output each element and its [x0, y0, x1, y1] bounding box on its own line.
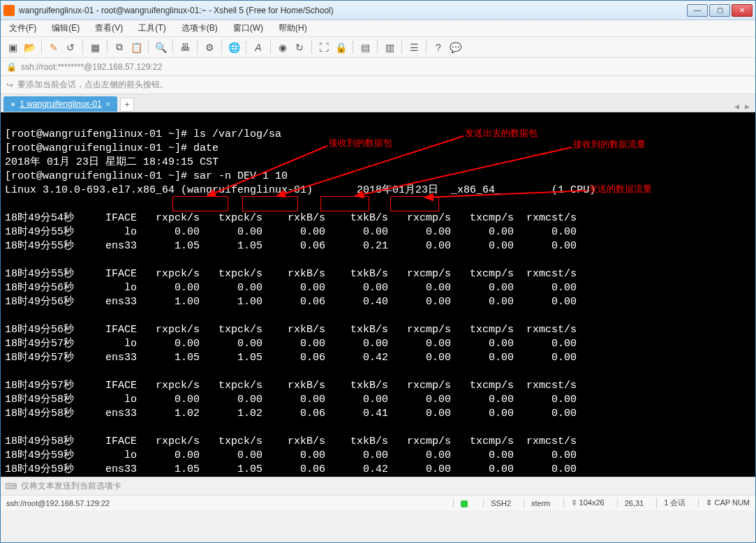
- gear-icon[interactable]: ⚙: [203, 41, 216, 54]
- terminal-line: [root@wangruifenglinux-01 ~]# date: [5, 142, 218, 154]
- address-bar[interactable]: 🔒 ssh://root:********@192.168.57.129:22: [1, 58, 755, 76]
- toolbar-separator: [311, 41, 312, 54]
- copy-icon[interactable]: ⧉: [113, 41, 126, 54]
- tab-close-icon[interactable]: ×: [106, 100, 110, 108]
- hint-bar: ↪ 要添加当前会话，点击左侧的箭头按钮。: [1, 76, 755, 94]
- window-title: wangruifenglinux-01 - root@wangruifengli…: [19, 6, 687, 15]
- toolbar-separator: [426, 41, 427, 54]
- window-titlebar: wangruifenglinux-01 - root@wangruifengli…: [1, 1, 755, 20]
- properties-icon[interactable]: ▦: [89, 41, 101, 54]
- toolbar: ▣ 📂 ✎ ↺ ▦ ⧉ 📋 🔍 🖶 ⚙ 🌐 A ◉ ↻ ⛶ 🔒 ▤ ▥ ☰ ? …: [1, 37, 755, 58]
- menu-tools[interactable]: 工具(T): [135, 21, 168, 36]
- terminal-line: 18时49分56秒 IFACE rxpck/s txpck/s rxkB/s t…: [5, 324, 577, 336]
- menu-bar: 文件(F) 编辑(E) 查看(V) 工具(T) 选项卡(B) 窗口(W) 帮助(…: [1, 20, 755, 37]
- refresh-icon[interactable]: ◉: [276, 41, 289, 54]
- terminal-output[interactable]: [root@wangruifenglinux-01 ~]# ls /var/lo…: [1, 112, 755, 477]
- terminal-line: 18时49分55秒 IFACE rxpck/s txpck/s rxkB/s t…: [5, 268, 577, 280]
- tab-add-button[interactable]: +: [120, 98, 134, 112]
- terminal-line: 18时49分58秒 ens33 1.02 1.02 0.06 0.41 0.00…: [5, 408, 577, 419]
- menu-file[interactable]: 文件(F): [6, 21, 39, 36]
- toolbar-separator: [221, 41, 222, 54]
- tab-prev-icon[interactable]: ◂: [732, 101, 742, 112]
- tab-strip: ● 1 wangruifenglinux-01 × + ◂ ▸: [1, 94, 755, 112]
- toolbar-separator: [82, 41, 83, 54]
- terminal-line: 18时49分59秒 ens33 1.05 1.05 0.06 0.42 0.00…: [5, 463, 577, 475]
- terminal-line: 18时49分57秒 IFACE rxpck/s txpck/s rxkB/s t…: [5, 380, 577, 392]
- lock-icon: 🔒: [6, 62, 17, 72]
- status-indicator: [453, 498, 470, 507]
- view-icon[interactable]: ▤: [359, 41, 371, 54]
- menu-window[interactable]: 窗口(W): [230, 21, 266, 36]
- toolbar-separator: [172, 41, 173, 54]
- menu-view[interactable]: 查看(V): [92, 21, 126, 36]
- status-sessions: 1 会话: [656, 498, 685, 508]
- tab-indicator-icon: ●: [10, 99, 15, 109]
- search-icon[interactable]: 🔍: [154, 41, 167, 54]
- session-tab[interactable]: ● 1 wangruifenglinux-01 ×: [3, 96, 117, 112]
- terminal-line: 18时49分58秒 IFACE rxpck/s txpck/s rxkB/s t…: [5, 436, 577, 447]
- tab-next-icon[interactable]: ▸: [742, 101, 753, 112]
- terminal-line: 18时49分59秒 lo 0.00 0.00 0.00 0.00 0.00 0.…: [5, 449, 577, 461]
- annotation-label-txpck: 发送出去的数据包: [465, 126, 538, 140]
- annotation-box-rxkb: [320, 196, 369, 211]
- edit-icon[interactable]: ✎: [47, 41, 60, 54]
- menu-edit[interactable]: 编辑(E): [49, 21, 82, 36]
- toolbar-separator: [197, 41, 198, 54]
- terminal-line: 18时49分57秒 ens33 1.05 1.05 0.06 0.42 0.00…: [5, 352, 577, 364]
- toolbar-separator: [246, 41, 246, 54]
- toolbar-separator: [377, 41, 378, 54]
- toolbar-separator: [270, 41, 271, 54]
- lock-icon[interactable]: 🔒: [334, 41, 347, 54]
- status-term: xterm: [524, 499, 551, 507]
- minimize-button[interactable]: —: [687, 4, 708, 17]
- status-size: ⇳ 104x26: [563, 498, 605, 507]
- list-icon[interactable]: ☰: [408, 41, 420, 54]
- new-session-icon[interactable]: ▣: [6, 41, 19, 54]
- toolbar-separator: [148, 41, 149, 54]
- tab-label: 1 wangruifenglinux-01: [20, 99, 101, 109]
- text-send-bar[interactable]: ⌨ 仅将文本发送到当前选项卡: [1, 477, 755, 495]
- annotation-box-txkb: [390, 196, 439, 211]
- terminal-line: 18时49分58秒 lo 0.00 0.00 0.00 0.00 0.00 0.…: [5, 394, 577, 406]
- terminal-line: 18时49分56秒 lo 0.00 0.00 0.00 0.00 0.00 0.…: [5, 282, 577, 294]
- status-pos: 26,31: [617, 499, 644, 507]
- keyboard-icon: ⌨: [5, 482, 17, 491]
- paste-icon[interactable]: 📋: [130, 41, 142, 54]
- toolbar-separator: [41, 41, 42, 54]
- app-icon: [3, 5, 15, 16]
- close-button[interactable]: ✕: [732, 4, 753, 17]
- annotation-label-txkb: 发送的数据流量: [588, 182, 652, 196]
- menu-help[interactable]: 帮助(H): [276, 21, 310, 36]
- sync-icon[interactable]: ↻: [293, 41, 306, 54]
- maximize-button[interactable]: ▢: [709, 4, 730, 17]
- annotation-box-rxpck: [172, 196, 228, 211]
- status-caps: ⇕ CAP NUM: [698, 498, 750, 507]
- terminal-line: 18时49分55秒 ens33 1.05 1.05 0.06 0.21 0.00…: [5, 240, 577, 252]
- status-bar: ssh://root@192.168.57.129:22 SSH2 xterm …: [1, 495, 755, 510]
- fullscreen-icon[interactable]: ⛶: [318, 41, 330, 54]
- terminal-line: [root@wangruifenglinux-01 ~]# sar -n DEV…: [5, 170, 288, 182]
- input-hint: 仅将文本发送到当前选项卡: [21, 480, 121, 492]
- globe-icon[interactable]: 🌐: [228, 41, 240, 54]
- terminal-line: Linux 3.10.0-693.el7.x86_64 (wangruifeng…: [5, 184, 595, 196]
- terminal-line: 18时49分56秒 ens33 1.00 1.00 0.06 0.40 0.00…: [5, 296, 577, 308]
- hint-text: 要添加当前会话，点击左侧的箭头按钮。: [17, 79, 168, 91]
- open-folder-icon[interactable]: 📂: [23, 41, 36, 54]
- arrow-icon[interactable]: ↪: [6, 80, 13, 90]
- address-text: ssh://root:********@192.168.57.129:22: [21, 62, 162, 72]
- font-icon[interactable]: A: [252, 41, 265, 54]
- terminal-line: 18时49分57秒 lo 0.00 0.00 0.00 0.00 0.00 0.…: [5, 338, 577, 350]
- status-proto: SSH2: [483, 499, 511, 507]
- menu-tab[interactable]: 选项卡(B): [179, 21, 221, 36]
- help-icon[interactable]: ?: [432, 41, 445, 54]
- terminal-line: 18时49分55秒 lo 0.00 0.00 0.00 0.00 0.00 0.…: [5, 226, 577, 238]
- toolbar-separator: [401, 41, 402, 54]
- annotation-box-txpck: [242, 196, 298, 211]
- status-connection: ssh://root@192.168.57.129:22: [6, 499, 440, 507]
- print-icon[interactable]: 🖶: [179, 41, 191, 54]
- terminal-line: 18时49分54秒 IFACE rxpck/s txpck/s rxkB/s t…: [5, 212, 577, 224]
- chat-icon[interactable]: 💬: [449, 41, 461, 54]
- reconnect-icon[interactable]: ↺: [64, 41, 77, 54]
- annotation-label-rxkb: 接收到的数据流量: [573, 137, 646, 151]
- layout-icon[interactable]: ▥: [383, 41, 396, 54]
